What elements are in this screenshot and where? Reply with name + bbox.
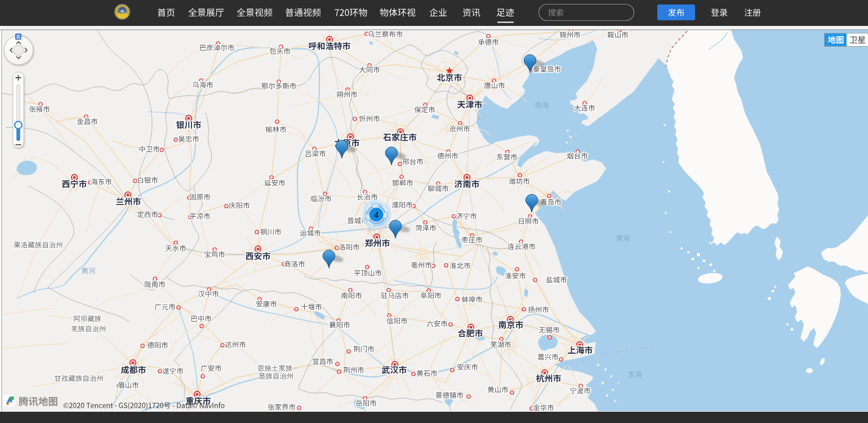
svg-text:4: 4 [374, 210, 379, 220]
